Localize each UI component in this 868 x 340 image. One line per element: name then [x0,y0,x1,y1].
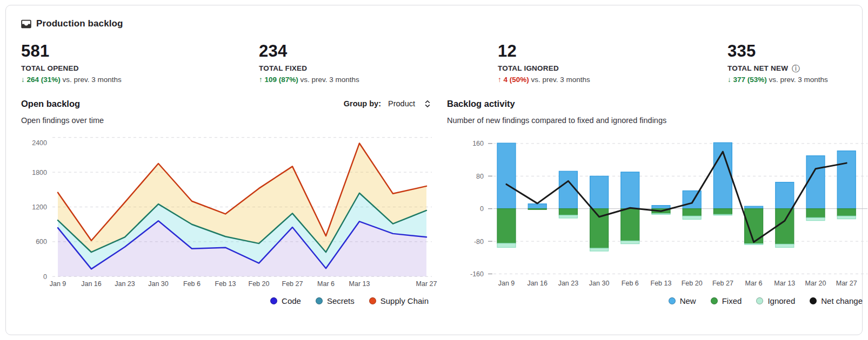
kpi-delta: ↓ 377 (53%) vs. prev. 3 months [727,76,847,84]
svg-text:-160: -160 [470,270,484,278]
svg-text:Jan 16: Jan 16 [527,280,547,287]
svg-text:-80: -80 [474,238,484,246]
trend-down-icon: ↓ [727,76,731,84]
kpi-value: 234 [259,42,498,60]
svg-text:0: 0 [480,205,484,213]
svg-text:600: 600 [36,238,47,246]
kpi-total-fixed: 234 TOTAL FIXED ↑ 109 (87%) vs. prev. 3 … [259,42,498,84]
page-title: Production backlog [36,18,123,29]
backlog-activity-legend: NewFixedIgnoredNet change [447,296,868,305]
kpi-value: 335 [727,42,847,60]
kpi-delta: ↑ 4 (50%) vs. prev. 3 months [498,76,727,84]
legend-label: Secrets [327,296,355,305]
svg-text:Feb 6: Feb 6 [183,280,201,288]
legend-item-secrets[interactable]: Secrets [316,296,355,305]
legend-label: Code [282,296,301,305]
kpi-delta-suffix: vs. prev. 3 months [769,76,828,84]
legend-label: Ignored [767,296,795,305]
kpi-delta-value: 4 (50%) [504,76,529,84]
svg-text:Mar 27: Mar 27 [836,280,857,287]
kpi-delta-value: 377 (53%) [733,76,767,84]
svg-text:Feb 20: Feb 20 [249,280,270,288]
svg-text:Jan 30: Jan 30 [148,280,169,288]
kpi-delta-suffix: vs. prev. 3 months [301,76,359,84]
kpi-label: TOTAL FIXED [259,64,498,72]
group-by-select[interactable]: Group by: Product [344,99,437,108]
legend-item-new[interactable]: New [669,296,696,305]
legend-label: Net change [821,296,863,305]
legend-label: Fixed [722,296,742,305]
legend-dot-icon [316,297,323,304]
legend-label: New [680,296,696,305]
open-backlog-header: Open backlog Group by: Product [21,97,437,111]
info-icon[interactable]: ⓘ [792,64,800,72]
legend-item-code[interactable]: Code [270,296,301,305]
kpi-total-net-new: 335 TOTAL NET NEW ⓘ ↓ 377 (53%) vs. prev… [727,42,847,84]
charts-row: Open backlog Group by: Product Open find… [21,97,847,305]
open-backlog-area-chart: 0600120018002400Jan 9Jan 16Jan 23Jan 30F… [21,129,437,291]
svg-text:80: 80 [476,173,484,180]
svg-text:Mar 6: Mar 6 [317,280,335,288]
legend-dot-icon [711,297,718,304]
svg-text:Feb 27: Feb 27 [282,280,303,288]
legend-item-net-change[interactable]: Net change [810,296,863,305]
kpi-value: 12 [498,42,727,60]
svg-text:0: 0 [43,273,47,281]
kpi-delta: ↓ 264 (31%) vs. prev. 3 months [21,76,259,84]
svg-text:1200: 1200 [32,203,47,211]
legend-item-ignored[interactable]: Ignored [756,296,795,305]
legend-dot-icon [669,297,676,304]
kpi-label: TOTAL OPENED [21,64,259,72]
kpi-delta-value: 264 (31%) [27,76,61,84]
group-by-value: Product [388,99,415,108]
open-backlog-title: Open backlog [21,99,80,109]
svg-text:Mar 13: Mar 13 [349,280,370,288]
backlog-activity-panel: Backlog activity Number of new findings … [447,97,868,305]
svg-text:1800: 1800 [32,169,47,176]
backlog-activity-subtitle: Number of new findings compared to fixed… [447,116,868,125]
svg-text:Mar 6: Mar 6 [745,280,763,287]
trend-down-icon: ↓ [21,76,25,84]
svg-text:Feb 13: Feb 13 [651,280,672,287]
card-header: Production backlog [21,18,847,29]
kpi-total-ignored: 12 TOTAL IGNORED ↑ 4 (50%) vs. prev. 3 m… [498,42,727,84]
svg-text:Jan 23: Jan 23 [558,280,579,287]
kpi-delta: ↑ 109 (87%) vs. prev. 3 months [259,76,498,84]
kpi-label: TOTAL NET NEW ⓘ [727,64,847,72]
legend-item-fixed[interactable]: Fixed [711,296,742,305]
svg-text:Feb 27: Feb 27 [712,280,733,287]
legend-label: Supply Chain [380,296,429,305]
svg-text:Feb 6: Feb 6 [622,280,639,287]
backlog-activity-bar-chart: -160-80080160Jan 9Jan 16Jan 23Jan 30Feb … [447,129,868,291]
group-by-label: Group by: [344,99,381,108]
svg-text:2400: 2400 [32,139,47,147]
svg-text:Feb 13: Feb 13 [215,280,236,288]
legend-item-supply-chain[interactable]: Supply Chain [369,296,429,305]
legend-dot-icon [810,297,817,304]
open-backlog-subtitle: Open findings over time [21,116,437,125]
svg-text:Jan 23: Jan 23 [115,280,135,288]
svg-text:Mar 20: Mar 20 [805,280,826,287]
svg-text:Jan 16: Jan 16 [81,280,102,288]
kpi-label: TOTAL IGNORED [498,64,727,72]
svg-text:Jan 9: Jan 9 [498,280,515,287]
kpi-delta-suffix: vs. prev. 3 months [531,76,590,84]
kpi-total-opened: 581 TOTAL OPENED ↓ 264 (31%) vs. prev. 3… [21,42,259,84]
svg-text:Jan 30: Jan 30 [589,280,610,287]
legend-dot-icon [756,297,763,304]
backlog-activity-header: Backlog activity [447,97,868,111]
kpi-row: 581 TOTAL OPENED ↓ 264 (31%) vs. prev. 3… [21,42,847,84]
backlog-activity-title: Backlog activity [447,99,515,109]
production-backlog-card: Production backlog 581 TOTAL OPENED ↓ 26… [5,5,863,335]
legend-dot-icon [369,297,376,304]
svg-text:Mar 27: Mar 27 [416,280,437,288]
kpi-label-text: TOTAL NET NEW [727,64,788,72]
inbox-icon [21,19,31,29]
svg-text:Mar 13: Mar 13 [774,280,795,287]
svg-text:Jan 9: Jan 9 [50,280,66,288]
trend-up-icon: ↑ [498,76,502,84]
kpi-value: 581 [21,42,259,60]
kpi-delta-suffix: vs. prev. 3 months [63,76,122,84]
open-backlog-legend: CodeSecretsSupply Chain [21,296,437,305]
svg-text:160: 160 [472,140,484,147]
